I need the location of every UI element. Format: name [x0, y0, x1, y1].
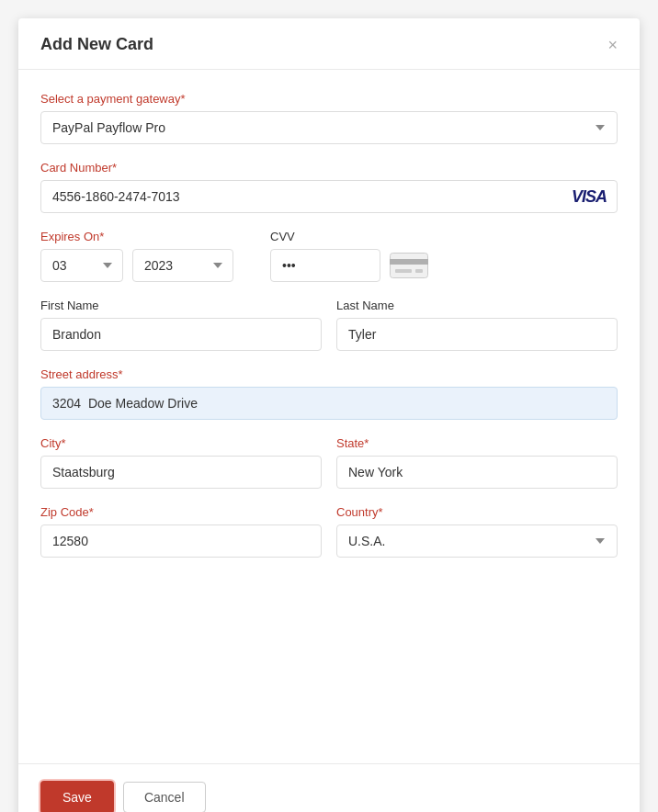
zip-input[interactable]	[40, 524, 322, 558]
zip-label: Zip Code*	[40, 505, 322, 519]
last-name-label: Last Name	[336, 299, 618, 312]
city-input[interactable]	[40, 456, 322, 489]
svg-rect-3	[415, 269, 423, 273]
card-number-input[interactable]	[40, 180, 618, 213]
expires-cvv-row: Expires On* 01 02 03 04 05 06 07 08 09	[40, 230, 618, 282]
name-row: First Name Last Name	[40, 299, 618, 351]
street-label: Street address*	[40, 367, 618, 381]
gateway-group: Select a payment gateway* PayPal Payflow…	[40, 92, 618, 144]
expires-month-select[interactable]: 01 02 03 04 05 06 07 08 09 10 11 12	[40, 249, 123, 282]
cvv-card-icon	[390, 253, 428, 278]
state-group: State*	[336, 436, 618, 489]
cvv-row	[270, 249, 618, 282]
country-label: Country*	[336, 505, 618, 519]
zip-group: Zip Code*	[40, 505, 322, 558]
credit-card-icon	[390, 253, 428, 278]
visa-brand-label: VISA	[572, 187, 607, 207]
svg-rect-2	[395, 269, 412, 273]
svg-rect-1	[390, 259, 428, 265]
modal-header: Add New Card ×	[18, 18, 640, 70]
expires-label: Expires On*	[40, 230, 233, 243]
card-number-wrapper: VISA	[40, 180, 618, 213]
first-name-label: First Name	[40, 299, 322, 312]
expires-year-wrapper: 2020 2021 2022 2023 2024 2025 2026	[132, 249, 233, 282]
modal-footer: Save Cancel	[18, 763, 640, 812]
state-input[interactable]	[336, 456, 618, 489]
expires-year-select[interactable]: 2020 2021 2022 2023 2024 2025 2026	[132, 249, 233, 282]
city-state-row: City* State*	[40, 436, 618, 489]
last-name-input[interactable]	[336, 318, 618, 351]
cvv-label: CVV	[270, 230, 618, 243]
country-select-wrapper: U.S.A. Canada United Kingdom Australia	[336, 524, 618, 558]
close-button[interactable]: ×	[607, 37, 618, 53]
gateway-select-wrapper: PayPal Payflow Pro Stripe Authorize.Net	[40, 111, 618, 144]
zip-country-row: Zip Code* Country* U.S.A. Canada United …	[40, 505, 618, 558]
city-label: City*	[40, 436, 322, 450]
modal-body: Select a payment gateway* PayPal Payflow…	[18, 70, 640, 741]
expires-selects: 01 02 03 04 05 06 07 08 09 10 11 12	[40, 249, 233, 282]
first-name-input[interactable]	[40, 318, 322, 351]
card-number-label: Card Number*	[40, 161, 618, 175]
expires-month-wrapper: 01 02 03 04 05 06 07 08 09 10 11 12	[40, 249, 123, 282]
card-number-group: Card Number* VISA	[40, 161, 618, 213]
svg-rect-0	[391, 254, 428, 278]
gateway-label: Select a payment gateway*	[40, 92, 618, 106]
state-label: State*	[336, 436, 618, 450]
add-new-card-modal: Add New Card × Select a payment gateway*…	[18, 18, 640, 812]
gateway-select[interactable]: PayPal Payflow Pro Stripe Authorize.Net	[40, 111, 618, 144]
country-select[interactable]: U.S.A. Canada United Kingdom Australia	[336, 524, 618, 558]
first-name-group: First Name	[40, 299, 322, 351]
cvv-group: CVV	[270, 230, 618, 282]
last-name-group: Last Name	[336, 299, 618, 351]
cancel-button[interactable]: Cancel	[123, 782, 206, 812]
modal-title: Add New Card	[40, 35, 153, 54]
city-group: City*	[40, 436, 322, 489]
street-group: Street address*	[40, 367, 618, 420]
expires-section: Expires On* 01 02 03 04 05 06 07 08 09	[40, 230, 233, 282]
country-group: Country* U.S.A. Canada United Kingdom Au…	[336, 505, 618, 558]
cvv-input[interactable]	[270, 249, 380, 282]
street-input[interactable]	[40, 387, 618, 420]
save-button[interactable]: Save	[40, 781, 114, 812]
